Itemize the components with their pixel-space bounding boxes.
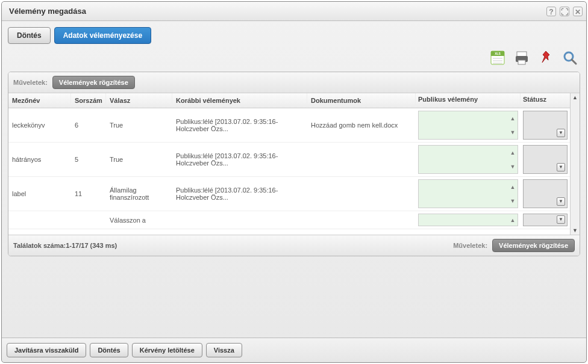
spinner-up-icon[interactable]: ▲ (508, 111, 518, 125)
cell-publikus: ▲ (416, 211, 521, 229)
statusz-select[interactable]: ▼ (523, 214, 568, 226)
cell-dokumentumok[interactable] (307, 211, 416, 229)
publikus-velemeny-input[interactable]: ▲ ▼ (418, 179, 518, 208)
grid-header: Mezőnév Sorszám Válasz Korábbi véleménye… (8, 93, 570, 108)
col-dokumentumok[interactable]: Dokumentumok (307, 93, 416, 108)
col-publikus[interactable]: Publikus vélemény (416, 93, 521, 108)
chevron-down-icon[interactable]: ▼ (557, 129, 565, 137)
chevron-down-icon[interactable]: ▼ (557, 197, 565, 206)
col-valasz[interactable]: Válasz (106, 93, 172, 108)
statusz-select[interactable]: ▼ (523, 145, 568, 174)
close-icon[interactable]: ✕ (573, 7, 583, 16)
statusz-select[interactable]: ▼ (523, 179, 568, 208)
spinner-up-icon[interactable]: ▲ (508, 180, 518, 194)
col-sorszam[interactable]: Sorszám (71, 93, 106, 108)
statusz-select[interactable]: ▼ (523, 111, 568, 140)
cell-dokumentumok[interactable] (307, 143, 416, 176)
table-row[interactable]: label 11 Államilag finanszírozott Publik… (8, 177, 570, 211)
grid-main: Mezőnév Sorszám Válasz Korábbi véleménye… (8, 93, 570, 235)
cell-mezonev: label (8, 177, 71, 211)
cell-korabbi: Publikus:lélé [2013.07.02. 9:35:16-Holcz… (172, 143, 307, 176)
cell-valasz: True (106, 108, 172, 142)
talalatok-label: Találatok száma:1-17/17 (343 ms) (13, 242, 117, 249)
cell-mezonev: hátrányos (8, 143, 71, 176)
publikus-velemeny-input[interactable]: ▲ ▼ (418, 145, 518, 174)
grid-panel: Műveletek: Vélemények rögzítése Mezőnév … (8, 72, 580, 256)
muveletek-label-footer: Műveletek: (453, 242, 487, 249)
help-icon[interactable]: ? (546, 7, 556, 16)
cell-korabbi (172, 211, 307, 229)
cell-publikus: ▲ ▼ (416, 143, 521, 176)
search-icon[interactable] (560, 48, 580, 68)
grid-wrap: Mezőnév Sorszám Válasz Korábbi véleménye… (8, 93, 580, 235)
cell-publikus: ▲ ▼ (416, 108, 521, 142)
export-xls-icon[interactable]: XLS (487, 48, 508, 68)
velemenyek-rogzitese-button-bottom[interactable]: Vélemények rögzítése (492, 239, 575, 252)
titlebar: Vélemény megadása ? ⛶ ✕ (2, 2, 586, 21)
kerveny-letoltese-button[interactable]: Kérvény letöltése (132, 343, 202, 357)
spinner-up-icon[interactable]: ▲ (508, 214, 518, 226)
cell-valasz: Válasszon a (106, 211, 172, 229)
cell-dokumentumok[interactable]: Hozzáad gomb nem kell.docx (307, 108, 416, 142)
maximize-icon[interactable]: ⛶ (560, 7, 569, 16)
scroll-up-icon[interactable]: ▲ (572, 94, 578, 100)
javitasra-visszakuld-button[interactable]: Javításra visszaküld (7, 343, 86, 357)
chevron-down-icon[interactable]: ▼ (557, 163, 565, 171)
table-row[interactable]: hátrányos 5 True Publikus:lélé [2013.07.… (8, 143, 570, 177)
svg-line-10 (572, 60, 576, 64)
cell-sorszam: 11 (71, 177, 106, 211)
cell-sorszam: 5 (71, 143, 106, 176)
panel-header: Műveletek: Vélemények rögzítése (8, 72, 580, 93)
dialog-title: Vélemény megadása (9, 7, 86, 16)
spinner-up-icon[interactable]: ▲ (508, 146, 518, 159)
cell-mezonev: leckekönyv (8, 108, 71, 142)
velemenyek-rogzitese-button-top[interactable]: Vélemények rögzítése (52, 76, 135, 89)
cell-statusz: ▼ (521, 211, 570, 229)
svg-rect-8 (518, 60, 525, 64)
svg-text:XLS: XLS (495, 52, 501, 55)
cell-publikus: ▲ ▼ (416, 177, 521, 211)
toolbar: XLS (8, 48, 580, 68)
cell-valasz: Államilag finanszírozott (106, 177, 172, 211)
vertical-scrollbar[interactable]: ▲ ▼ (570, 93, 580, 235)
cell-valasz: True (106, 143, 172, 176)
cell-dokumentumok[interactable] (307, 177, 416, 211)
cell-statusz: ▼ (521, 143, 570, 176)
cell-sorszam (71, 211, 106, 229)
spinner-down-icon[interactable]: ▼ (508, 194, 518, 208)
cell-korabbi: Publikus:lélé [2013.07.02. 9:35:16-Holcz… (172, 177, 307, 211)
dialog-window: Vélemény megadása ? ⛶ ✕ Döntés Adatok vé… (1, 1, 587, 363)
button-bar: Javításra visszaküld Döntés Kérvény letö… (2, 338, 586, 362)
panel-footer: Találatok száma:1-17/17 (343 ms) Művelet… (8, 235, 580, 256)
scroll-down-icon[interactable]: ▼ (572, 227, 578, 233)
tab-dontes[interactable]: Döntés (8, 27, 51, 44)
table-row[interactable]: Válasszon a ▲ (8, 211, 570, 229)
chevron-down-icon[interactable]: ▼ (557, 215, 565, 224)
cell-mezonev (8, 211, 71, 229)
dialog-content: Döntés Adatok véleményezése XLS Művelete… (2, 21, 586, 340)
spinner-down-icon[interactable]: ▼ (508, 125, 518, 139)
dontes-button[interactable]: Döntés (90, 343, 128, 357)
col-statusz[interactable]: Státusz (521, 93, 570, 108)
table-row[interactable]: leckekönyv 6 True Publikus:lélé [2013.07… (8, 108, 570, 143)
svg-rect-6 (517, 52, 527, 57)
print-icon[interactable] (511, 48, 532, 68)
cell-statusz: ▼ (521, 177, 570, 211)
tab-adatok-velemenyezese[interactable]: Adatok véleményezése (54, 27, 151, 44)
publikus-velemeny-input[interactable]: ▲ ▼ (418, 111, 518, 140)
cell-statusz: ▼ (521, 108, 570, 142)
muveletek-label: Műveletek: (13, 79, 48, 86)
tabs: Döntés Adatok véleményezése (8, 27, 580, 44)
vissza-button[interactable]: Vissza (206, 343, 242, 357)
cell-sorszam: 6 (71, 108, 106, 142)
col-mezonev[interactable]: Mezőnév (8, 93, 71, 108)
col-korabbi[interactable]: Korábbi vélemények (172, 93, 307, 108)
pin-icon[interactable] (536, 48, 556, 68)
cell-korabbi: Publikus:lélé [2013.07.02. 9:35:16-Holcz… (172, 108, 307, 142)
publikus-velemeny-input[interactable]: ▲ (418, 214, 518, 226)
grid-body: leckekönyv 6 True Publikus:lélé [2013.07… (8, 108, 570, 235)
spinner-down-icon[interactable]: ▼ (508, 159, 518, 173)
